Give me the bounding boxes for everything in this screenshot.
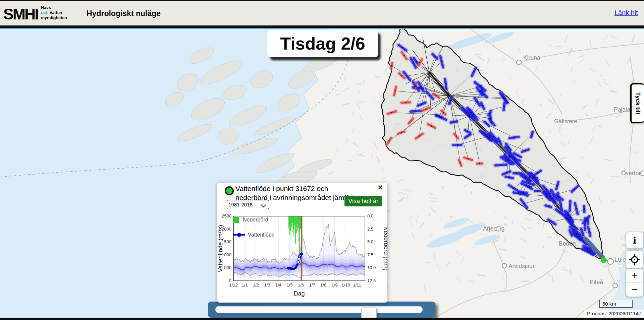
timeline-slider [208,302,435,318]
svg-text:2500: 2500 [222,214,231,218]
station-marker-icon [225,186,234,195]
map-region: KirunaPajalaGällivareÖvertorneåArjeplogA… [0,29,644,320]
svg-text:0.0: 0.0 [367,214,373,218]
flow-popup: Vattenflöde i punkt 31672 och nederbörd … [217,183,387,303]
town-label: Piteå [590,279,603,285]
svg-text:1/6: 1/6 [298,282,304,287]
svg-text:7.5: 7.5 [367,252,373,257]
svg-text:1/10: 1/10 [341,282,350,287]
smhi-logo[interactable]: SMHI [3,5,38,23]
cobrand-line2: Vatten [50,10,62,15]
prognos-timestamp: Prognos: 202006011147 [584,310,644,318]
show-full-year-button[interactable]: Visa helt år [344,196,382,206]
app-header: SMHI Havs och Vatten myndigheten Hydrolo… [0,1,644,28]
town-marker [496,227,501,231]
legend-item-nederbord: Nederbörd [233,216,275,223]
town-label: Pajala [614,106,630,113]
cobrand-line3: myndigheten [41,15,67,20]
svg-text:1/5: 1/5 [286,282,292,287]
period-select[interactable]: 1981-2018 [227,200,269,209]
timeline-slider-track[interactable] [215,306,423,313]
svg-text:1/4: 1/4 [275,282,281,287]
top-strip [0,0,644,1]
town-label: Gällivare [554,118,577,125]
x-axis-label: Dag [293,290,305,297]
town-marker [502,263,507,268]
locate-button[interactable] [626,250,643,269]
cobrand-line1: Havs [41,5,51,10]
town-label: Kiruna [523,54,540,61]
svg-text:1/11: 1/11 [353,282,361,287]
zoom-in-button[interactable]: + [626,269,643,282]
svg-text:5.0: 5.0 [367,239,373,244]
page-title: Hydrologiskt nuläge [87,9,161,18]
link-hit[interactable]: Länk hit [614,9,638,17]
svg-text:1/1: 1/1 [241,282,248,287]
info-button[interactable]: i [626,232,643,249]
y-axis-label-left: Vattenflöde (m³/s) [217,225,224,272]
town-marker [640,171,644,176]
svg-text:1/12: 1/12 [229,282,237,287]
svg-text:1/7: 1/7 [309,282,315,287]
svg-text:1/2: 1/2 [253,282,259,287]
map-scale: 50 km [599,300,633,308]
y-axis-label-right: Nederbörd (mm) [383,226,387,270]
zoom-control: + − [626,269,643,297]
precip-swatch-icon [233,217,239,223]
town-label: Arvidsjaur [508,263,535,269]
close-icon[interactable]: × [378,183,383,192]
lulea-marker [607,258,613,264]
svg-text:1/8: 1/8 [320,282,326,287]
zoom-out-button[interactable]: − [626,283,643,296]
legend-label: Nederbörd [243,217,268,223]
header-accent-line [0,28,644,29]
town-label: Arjeplog [483,225,504,232]
svg-text:1/3: 1/3 [264,282,270,287]
legend-item-vattenflode: Vattenflöde [233,231,275,239]
svg-text:500: 500 [224,265,231,270]
crosshair-icon [629,254,641,266]
legend-label: Vattenflöde [248,232,275,238]
havochvatten-logo: Havs och Vatten myndigheten [41,5,67,20]
town-marker [613,283,618,288]
chart-legend: Nederbörd Vattenflöde [233,216,275,246]
svg-text:1/9: 1/9 [331,282,337,287]
svg-text:2.5: 2.5 [367,227,373,232]
tyck-till-button[interactable]: Tyck till [630,83,644,123]
svg-text:10.0: 10.0 [367,265,376,270]
bottom-bar [0,318,644,320]
svg-text:12.5: 12.5 [367,278,376,283]
town-marker [517,60,521,65]
date-banner: Tisdag 2/6 [267,30,378,57]
cobrand-och: och [41,10,48,15]
selected-point-marker [601,257,607,263]
flow-swatch-icon [233,233,245,237]
town-label: Boden [559,240,576,247]
